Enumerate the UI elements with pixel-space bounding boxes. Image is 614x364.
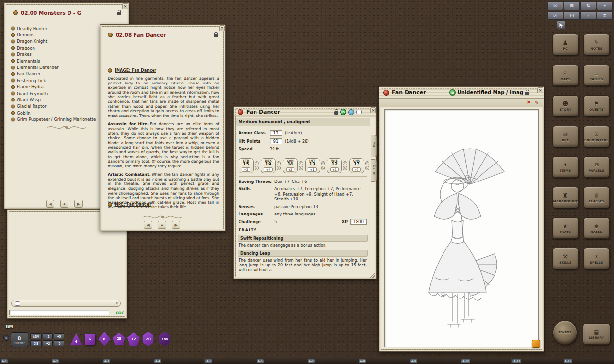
dice-tool-button[interactable]: ⚄ xyxy=(547,1,563,10)
close-icon[interactable]: ✕ xyxy=(537,87,543,93)
ability-check-button[interactable]: C xyxy=(343,161,347,165)
draw-pen-icon[interactable]: ✎ xyxy=(535,100,539,105)
hotkey-slot[interactable]: A-11 xyxy=(512,358,563,364)
ability-check-button[interactable]: C xyxy=(321,161,325,165)
sidebar-shortcut-button[interactable]: ★ FEATS xyxy=(552,217,579,239)
modifier-button[interactable]: +5 xyxy=(54,333,64,339)
sidebar-shortcut-button[interactable]: ⚐ MAPS xyxy=(552,65,579,86)
modifier-button[interactable]: DIS xyxy=(30,340,42,346)
chat-entry-input[interactable] xyxy=(9,310,109,315)
dice-tool-button[interactable]: ± xyxy=(597,1,613,10)
ability-check-button[interactable]: C xyxy=(277,161,281,165)
trait-name[interactable]: Swift Repositioning xyxy=(238,235,368,242)
hotkey-slot[interactable]: A-1 xyxy=(0,358,51,364)
die[interactable]: 6 xyxy=(85,334,95,345)
sidebar-shortcut-button[interactable]: ✦ ITEMS xyxy=(552,156,579,178)
sidebar-shortcut-button[interactable]: ☰ TABLES xyxy=(583,65,610,86)
sidebar-shortcut-button[interactable]: ☻ STORY xyxy=(552,95,579,116)
ability-save-button[interactable]: S xyxy=(299,166,303,170)
chat-share-icon[interactable] xyxy=(356,110,362,114)
die[interactable]: 12 xyxy=(127,332,140,346)
hotkey-slot[interactable]: A-10 xyxy=(460,358,512,364)
ability-pill[interactable]: CHA 17 +3 xyxy=(349,158,364,173)
next-page-button[interactable]: ▶ xyxy=(172,221,180,229)
tokens-bag-button[interactable]: TOKENS xyxy=(553,320,577,345)
monster-index-titlebar[interactable]: 02.00 Monsters D - G xyxy=(4,3,129,19)
sidebar-shortcut-button[interactable]: ✉ PARCELS xyxy=(583,156,610,178)
hit-points-value[interactable]: 91 xyxy=(270,138,282,144)
lock-icon[interactable] xyxy=(117,12,121,15)
image-link[interactable]: IMAGE: Fan Dancer xyxy=(100,68,156,73)
sidebar-shortcut-button[interactable]: ☠ NPC xyxy=(552,126,579,147)
next-page-button[interactable]: ▶ xyxy=(74,200,83,208)
chat-identity-select[interactable]: ▾ xyxy=(11,300,121,307)
sidebar-shortcut-button[interactable]: ♚ RACES xyxy=(583,217,610,239)
sidebar-shortcut-button[interactable]: ♜ BACKGROUNDS xyxy=(552,187,579,208)
dice-tool-button[interactable]: ⊠ xyxy=(564,1,580,10)
dice-tool-button[interactable]: ⚂ xyxy=(547,11,563,20)
ability-pill[interactable]: STR 15 +2 xyxy=(239,158,254,173)
ability-pill[interactable]: WIS 12 +1 xyxy=(327,158,342,173)
ability-save-button[interactable]: S xyxy=(343,166,347,170)
armor-class-value[interactable]: 15 xyxy=(270,130,282,136)
up-button[interactable]: ▲ xyxy=(158,221,166,229)
lock-icon[interactable] xyxy=(525,92,529,95)
library-button[interactable]: ▤ LIBRARY xyxy=(583,323,610,345)
close-icon[interactable]: ✕ xyxy=(122,3,128,9)
hotkey-slot[interactable]: A-4 xyxy=(154,358,205,364)
trait-name[interactable]: Dancing Leap xyxy=(238,250,368,257)
die[interactable]: 10 xyxy=(113,332,125,345)
sidebar-shortcut-button[interactable]: ⚒ SKILLS xyxy=(552,248,579,269)
hotkey-slot[interactable]: A-8 xyxy=(358,358,409,364)
modifier-button[interactable]: +2 xyxy=(43,340,53,346)
die[interactable]: 8 xyxy=(98,332,111,346)
modifier-reset-button[interactable]: ✕ xyxy=(3,335,9,341)
npc-link[interactable]: NPC: Fan Dancer xyxy=(100,202,225,207)
up-button[interactable]: ▲ xyxy=(60,200,68,208)
ability-save-button[interactable]: S xyxy=(365,166,370,170)
die[interactable]: 20 xyxy=(142,332,154,346)
ability-save-button[interactable]: S xyxy=(277,166,281,170)
hotkey-slot[interactable]: A-3 xyxy=(102,358,154,364)
die[interactable]: 100 xyxy=(158,332,171,346)
ability-check-button[interactable]: C xyxy=(365,161,370,165)
dice-tool-button[interactable]: ⚀ xyxy=(564,11,580,20)
ability-check-button[interactable]: C xyxy=(299,161,303,165)
sidebar-shortcut-button[interactable]: ✶ SPELLS xyxy=(583,248,610,269)
lock-icon[interactable] xyxy=(334,111,338,115)
modifier-button[interactable]: -2 xyxy=(43,333,53,339)
ability-save-button[interactable]: S xyxy=(255,166,259,170)
close-icon[interactable]: ✕ xyxy=(370,107,376,113)
hotkey-slot[interactable]: A-7 xyxy=(307,358,358,364)
sidebar-shortcut-button[interactable]: ♛ CLASSES xyxy=(583,187,610,208)
modifier-button[interactable]: -5 xyxy=(54,340,64,346)
ability-pill[interactable]: INT 13 +1 xyxy=(305,158,320,173)
sidebar-shortcut-button[interactable]: ⚔ ENCOUNTERS xyxy=(583,126,610,147)
image-titlebar[interactable]: Fan Dancer ID Unidentified Map / Imag xyxy=(379,87,544,99)
ability-save-button[interactable]: S xyxy=(321,166,325,170)
pointer-flag-icon[interactable]: ⚑ xyxy=(527,100,531,105)
sidebar-shortcut-button[interactable]: ♟ PC xyxy=(552,34,579,55)
story-titlebar[interactable]: 02.08 Fan Dancer xyxy=(100,25,225,41)
hotkey-slot[interactable]: A-12 xyxy=(563,358,614,364)
sheet-tab[interactable]: Other xyxy=(371,159,377,182)
hotkey-slot[interactable]: A-9 xyxy=(409,358,460,364)
identified-badge[interactable]: ID xyxy=(340,109,346,115)
dice-tool-button[interactable]: ⇅ xyxy=(580,1,596,10)
identified-badge[interactable]: ID xyxy=(449,89,456,96)
hotkey-slot[interactable]: A-2 xyxy=(51,358,102,364)
sidebar-shortcut-button[interactable]: ⚑ QUESTS xyxy=(583,95,610,116)
dice-tool-button[interactable]: ∓ xyxy=(597,11,613,20)
hotkey-slot[interactable]: A-6 xyxy=(256,358,307,364)
close-icon[interactable]: ✕ xyxy=(219,25,225,31)
prev-page-button[interactable]: ◀ xyxy=(46,200,54,208)
token-circle-icon[interactable] xyxy=(348,109,354,115)
resize-grip[interactable] xyxy=(532,340,540,348)
die[interactable]: 4 xyxy=(70,333,83,346)
pointer-mode-button[interactable] xyxy=(557,20,565,29)
dice-tool-button[interactable]: ↑ xyxy=(580,11,596,20)
ooc-mode-label[interactable]: OOC xyxy=(116,311,124,315)
ability-check-button[interactable]: C xyxy=(255,161,259,165)
hotkey-slot[interactable]: A-5 xyxy=(205,358,256,364)
resize-grip[interactable] xyxy=(370,272,375,278)
